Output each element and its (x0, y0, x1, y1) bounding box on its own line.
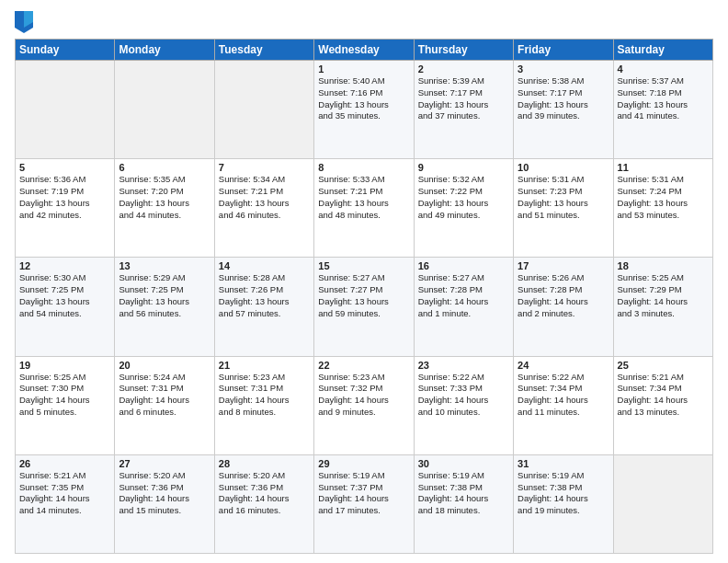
calendar-week-2: 12Sunrise: 5:30 AM Sunset: 7:25 PM Dayli… (16, 258, 713, 356)
col-header-monday: Monday (115, 40, 214, 61)
header (15, 11, 713, 33)
calendar-cell: 20Sunrise: 5:24 AM Sunset: 7:31 PM Dayli… (115, 356, 214, 454)
day-number: 31 (518, 458, 609, 469)
col-header-thursday: Thursday (414, 40, 513, 61)
day-number: 20 (119, 360, 210, 371)
calendar-cell: 10Sunrise: 5:31 AM Sunset: 7:23 PM Dayli… (514, 159, 613, 258)
day-info: Sunrise: 5:21 AM Sunset: 7:35 PM Dayligh… (19, 470, 110, 517)
calendar-cell: 2Sunrise: 5:39 AM Sunset: 7:17 PM Daylig… (414, 61, 513, 159)
calendar-cell: 15Sunrise: 5:27 AM Sunset: 7:27 PM Dayli… (314, 258, 414, 356)
day-number: 28 (219, 458, 310, 469)
col-header-wednesday: Wednesday (314, 40, 414, 61)
calendar-cell: 26Sunrise: 5:21 AM Sunset: 7:35 PM Dayli… (16, 454, 115, 553)
day-info: Sunrise: 5:28 AM Sunset: 7:26 PM Dayligh… (219, 272, 310, 319)
day-number: 15 (318, 260, 409, 271)
calendar-cell: 29Sunrise: 5:19 AM Sunset: 7:37 PM Dayli… (314, 454, 414, 553)
day-number: 2 (418, 63, 509, 75)
calendar-week-1: 5Sunrise: 5:36 AM Sunset: 7:19 PM Daylig… (16, 159, 713, 258)
day-info: Sunrise: 5:22 AM Sunset: 7:34 PM Dayligh… (518, 372, 609, 419)
day-info: Sunrise: 5:34 AM Sunset: 7:21 PM Dayligh… (219, 174, 310, 221)
day-info: Sunrise: 5:23 AM Sunset: 7:32 PM Dayligh… (318, 372, 409, 419)
calendar-cell: 12Sunrise: 5:30 AM Sunset: 7:25 PM Dayli… (16, 258, 115, 356)
day-number: 22 (318, 360, 409, 371)
calendar-table: SundayMondayTuesdayWednesdayThursdayFrid… (15, 39, 713, 554)
day-number: 23 (418, 360, 509, 371)
day-number: 5 (19, 162, 110, 173)
calendar-cell: 1Sunrise: 5:40 AM Sunset: 7:16 PM Daylig… (314, 61, 414, 159)
day-info: Sunrise: 5:20 AM Sunset: 7:36 PM Dayligh… (219, 470, 310, 517)
col-header-saturday: Saturday (613, 40, 712, 61)
day-info: Sunrise: 5:19 AM Sunset: 7:38 PM Dayligh… (518, 470, 609, 517)
day-number: 1 (318, 63, 409, 75)
calendar-cell: 14Sunrise: 5:28 AM Sunset: 7:26 PM Dayli… (214, 258, 313, 356)
calendar-cell (16, 61, 115, 159)
day-info: Sunrise: 5:40 AM Sunset: 7:16 PM Dayligh… (318, 75, 409, 122)
day-number: 6 (119, 162, 210, 173)
calendar-cell: 23Sunrise: 5:22 AM Sunset: 7:33 PM Dayli… (414, 356, 513, 454)
page: SundayMondayTuesdayWednesdayThursdayFrid… (0, 0, 728, 563)
day-info: Sunrise: 5:25 AM Sunset: 7:29 PM Dayligh… (618, 272, 709, 319)
day-info: Sunrise: 5:24 AM Sunset: 7:31 PM Dayligh… (119, 372, 210, 419)
day-number: 19 (19, 360, 110, 371)
day-info: Sunrise: 5:22 AM Sunset: 7:33 PM Dayligh… (418, 372, 509, 419)
day-info: Sunrise: 5:39 AM Sunset: 7:17 PM Dayligh… (418, 75, 509, 122)
day-number: 17 (518, 260, 609, 271)
calendar-cell: 6Sunrise: 5:35 AM Sunset: 7:20 PM Daylig… (115, 159, 214, 258)
day-info: Sunrise: 5:35 AM Sunset: 7:20 PM Dayligh… (119, 174, 210, 221)
day-number: 7 (219, 162, 310, 173)
calendar-week-0: 1Sunrise: 5:40 AM Sunset: 7:16 PM Daylig… (16, 61, 713, 159)
day-number: 25 (618, 360, 709, 371)
calendar-cell: 13Sunrise: 5:29 AM Sunset: 7:25 PM Dayli… (115, 258, 214, 356)
day-info: Sunrise: 5:25 AM Sunset: 7:30 PM Dayligh… (19, 372, 110, 419)
calendar-cell (613, 454, 712, 553)
day-number: 30 (418, 458, 509, 469)
calendar-cell: 16Sunrise: 5:27 AM Sunset: 7:28 PM Dayli… (414, 258, 513, 356)
day-info: Sunrise: 5:19 AM Sunset: 7:37 PM Dayligh… (318, 470, 409, 517)
day-info: Sunrise: 5:20 AM Sunset: 7:36 PM Dayligh… (119, 470, 210, 517)
calendar-cell: 9Sunrise: 5:32 AM Sunset: 7:22 PM Daylig… (414, 159, 513, 258)
day-info: Sunrise: 5:36 AM Sunset: 7:19 PM Dayligh… (19, 174, 110, 221)
calendar-cell: 4Sunrise: 5:37 AM Sunset: 7:18 PM Daylig… (613, 61, 712, 159)
calendar-header-row: SundayMondayTuesdayWednesdayThursdayFrid… (16, 40, 713, 61)
col-header-sunday: Sunday (16, 40, 115, 61)
calendar-cell: 28Sunrise: 5:20 AM Sunset: 7:36 PM Dayli… (214, 454, 313, 553)
calendar-week-3: 19Sunrise: 5:25 AM Sunset: 7:30 PM Dayli… (16, 356, 713, 454)
day-info: Sunrise: 5:23 AM Sunset: 7:31 PM Dayligh… (219, 372, 310, 419)
day-info: Sunrise: 5:27 AM Sunset: 7:27 PM Dayligh… (318, 272, 409, 319)
calendar-cell: 8Sunrise: 5:33 AM Sunset: 7:21 PM Daylig… (314, 159, 414, 258)
day-info: Sunrise: 5:29 AM Sunset: 7:25 PM Dayligh… (119, 272, 210, 319)
day-info: Sunrise: 5:19 AM Sunset: 7:38 PM Dayligh… (418, 470, 509, 517)
day-number: 24 (518, 360, 609, 371)
calendar-cell (115, 61, 214, 159)
calendar-cell: 21Sunrise: 5:23 AM Sunset: 7:31 PM Dayli… (214, 356, 313, 454)
calendar-cell: 31Sunrise: 5:19 AM Sunset: 7:38 PM Dayli… (514, 454, 613, 553)
day-info: Sunrise: 5:32 AM Sunset: 7:22 PM Dayligh… (418, 174, 509, 221)
col-header-friday: Friday (514, 40, 613, 61)
day-info: Sunrise: 5:30 AM Sunset: 7:25 PM Dayligh… (19, 272, 110, 319)
calendar-cell: 5Sunrise: 5:36 AM Sunset: 7:19 PM Daylig… (16, 159, 115, 258)
day-number: 3 (518, 63, 609, 75)
logo (15, 11, 37, 33)
calendar-cell: 17Sunrise: 5:26 AM Sunset: 7:28 PM Dayli… (514, 258, 613, 356)
calendar-cell: 27Sunrise: 5:20 AM Sunset: 7:36 PM Dayli… (115, 454, 214, 553)
calendar-cell: 30Sunrise: 5:19 AM Sunset: 7:38 PM Dayli… (414, 454, 513, 553)
calendar-cell: 24Sunrise: 5:22 AM Sunset: 7:34 PM Dayli… (514, 356, 613, 454)
day-info: Sunrise: 5:33 AM Sunset: 7:21 PM Dayligh… (318, 174, 409, 221)
calendar-cell: 19Sunrise: 5:25 AM Sunset: 7:30 PM Dayli… (16, 356, 115, 454)
day-info: Sunrise: 5:21 AM Sunset: 7:34 PM Dayligh… (618, 372, 709, 419)
day-number: 9 (418, 162, 509, 173)
day-info: Sunrise: 5:37 AM Sunset: 7:18 PM Dayligh… (618, 75, 709, 122)
logo-icon (15, 11, 33, 33)
day-info: Sunrise: 5:31 AM Sunset: 7:24 PM Dayligh… (618, 174, 709, 221)
day-number: 12 (19, 260, 110, 271)
day-number: 11 (618, 162, 709, 173)
calendar-cell: 3Sunrise: 5:38 AM Sunset: 7:17 PM Daylig… (514, 61, 613, 159)
day-number: 4 (618, 63, 709, 75)
calendar-week-4: 26Sunrise: 5:21 AM Sunset: 7:35 PM Dayli… (16, 454, 713, 553)
day-number: 8 (318, 162, 409, 173)
calendar-cell: 7Sunrise: 5:34 AM Sunset: 7:21 PM Daylig… (214, 159, 313, 258)
calendar-cell (214, 61, 313, 159)
day-number: 27 (119, 458, 210, 469)
calendar-cell: 11Sunrise: 5:31 AM Sunset: 7:24 PM Dayli… (613, 159, 712, 258)
calendar-cell: 25Sunrise: 5:21 AM Sunset: 7:34 PM Dayli… (613, 356, 712, 454)
